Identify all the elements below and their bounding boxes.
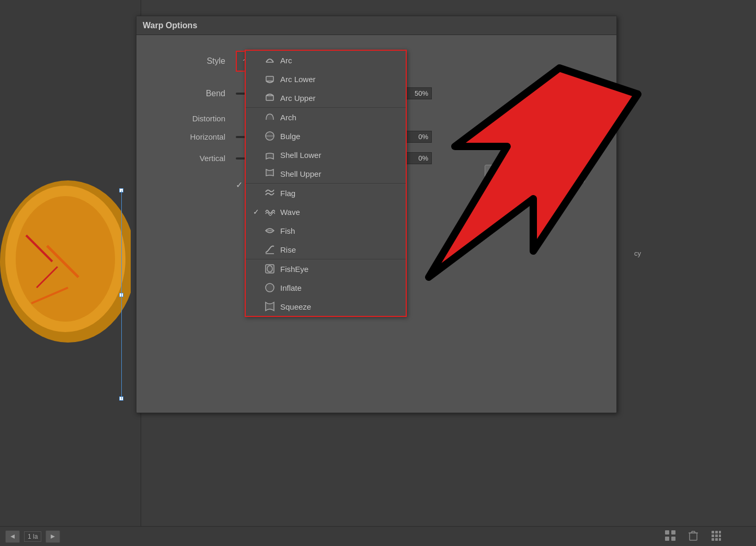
dropdown-menu[interactable]: Arc Arc Lower Arc Upper Arch (245, 50, 407, 317)
dropdown-item-inflate-label: Inflate (280, 283, 302, 292)
dropdown-item-squeeze[interactable]: Squeeze (246, 297, 406, 316)
svg-rect-35 (719, 538, 721, 541)
distortion-label: Distortion (157, 114, 225, 123)
arc-icon (265, 55, 275, 65)
fisheye-icon (265, 264, 275, 274)
dropdown-item-flag[interactable]: Flag (246, 183, 406, 202)
svg-point-14 (266, 283, 274, 292)
artwork-canvas (0, 157, 131, 366)
dropdown-item-bulge-label: Bulge (280, 132, 300, 141)
style-label: Style (157, 56, 225, 66)
page-number: 1 (28, 533, 31, 540)
dropdown-item-arch[interactable]: Arch (246, 107, 406, 127)
fish-icon (265, 225, 275, 236)
svg-point-2 (16, 196, 115, 322)
svg-rect-7 (266, 76, 273, 81)
squeeze-icon (265, 301, 275, 312)
dropdown-item-shell-lower-label: Shell Lower (280, 151, 321, 160)
dropdown-item-wave[interactable]: Wave (246, 202, 406, 221)
dropdown-item-arc-lower[interactable]: Arc Lower (246, 70, 406, 88)
shell-lower-icon (265, 150, 275, 160)
dropdown-item-wave-label: Wave (280, 208, 300, 217)
rise-icon (265, 244, 275, 255)
svg-rect-31 (715, 534, 718, 537)
horizontal-label: Horizontal (157, 132, 225, 141)
svg-marker-16 (10, 534, 15, 539)
arc-upper-icon (265, 93, 275, 103)
dropdown-item-rise[interactable]: Rise (246, 240, 406, 259)
vertical-label: Vertical (157, 154, 225, 163)
svg-rect-18 (665, 530, 669, 534)
svg-rect-21 (671, 537, 675, 541)
bulge-icon (265, 131, 275, 141)
dropdown-item-fisheye[interactable]: FishEye (246, 259, 406, 278)
svg-marker-17 (51, 534, 55, 539)
bottom-right-tools (662, 527, 725, 544)
checkmark-icon: ✓ (236, 180, 243, 190)
bottom-icon-grid[interactable] (662, 527, 679, 544)
dropdown-item-fish-label: Fish (280, 226, 295, 235)
dropdown-item-flag-label: Flag (280, 189, 295, 198)
dropdown-item-arc[interactable]: Arc (246, 51, 406, 70)
page-indicator: 1 la (24, 531, 41, 542)
arch-icon (265, 112, 275, 122)
dropdown-item-arc-upper[interactable]: Arc Upper (246, 88, 406, 107)
svg-rect-28 (715, 531, 718, 533)
inflate-icon (265, 282, 275, 293)
dialog-title: Warp Options (143, 21, 197, 30)
dropdown-item-shell-upper-label: Shell Upper (280, 169, 321, 178)
bottom-icon-trash[interactable] (685, 527, 702, 544)
svg-rect-20 (665, 537, 669, 541)
bend-label: Bend (157, 89, 225, 98)
bottom-btn-prev[interactable] (5, 530, 20, 543)
dropdown-item-arc-lower-label: Arc Lower (280, 75, 316, 84)
svg-rect-34 (715, 538, 718, 541)
dropdown-item-bulge[interactable]: Bulge (246, 127, 406, 145)
svg-rect-19 (671, 530, 675, 534)
dropdown-item-fisheye-label: FishEye (280, 265, 308, 274)
dropdown-item-rise-label: Rise (280, 245, 296, 254)
svg-rect-8 (266, 96, 273, 100)
bottom-btn-next[interactable] (45, 530, 60, 543)
dropdown-item-fish[interactable]: Fish (246, 221, 406, 240)
dialog-titlebar: Warp Options (136, 16, 616, 35)
dropdown-item-shell-lower[interactable]: Shell Lower (246, 145, 406, 164)
selection-border (121, 190, 122, 400)
svg-rect-32 (719, 534, 721, 537)
cancel-button[interactable]: Cancel (532, 165, 585, 183)
ok-button[interactable]: OK (485, 165, 525, 183)
dropdown-item-arc-upper-label: Arc Upper (280, 94, 316, 103)
svg-rect-29 (719, 531, 721, 533)
dropdown-item-arch-label: Arch (280, 113, 296, 122)
svg-rect-33 (712, 538, 714, 541)
svg-rect-22 (690, 533, 697, 540)
page-unit: la (33, 533, 38, 540)
dropdown-item-arc-label: Arc (280, 56, 292, 65)
cy-label: cy (634, 249, 641, 257)
arc-lower-icon (265, 74, 275, 84)
bottom-toolbar: 1 la (0, 526, 756, 546)
dropdown-item-squeeze-label: Squeeze (280, 302, 311, 311)
dropdown-item-inflate[interactable]: Inflate (246, 278, 406, 297)
svg-rect-30 (712, 534, 714, 537)
shell-upper-icon (265, 168, 275, 179)
left-panel (0, 0, 141, 546)
dropdown-item-shell-upper[interactable]: Shell Upper (246, 164, 406, 183)
wave-icon (265, 207, 275, 217)
svg-rect-27 (712, 531, 714, 533)
dialog-buttons: OK Cancel (485, 165, 585, 183)
flag-icon (265, 188, 275, 198)
bottom-icon-settings[interactable] (708, 527, 725, 544)
